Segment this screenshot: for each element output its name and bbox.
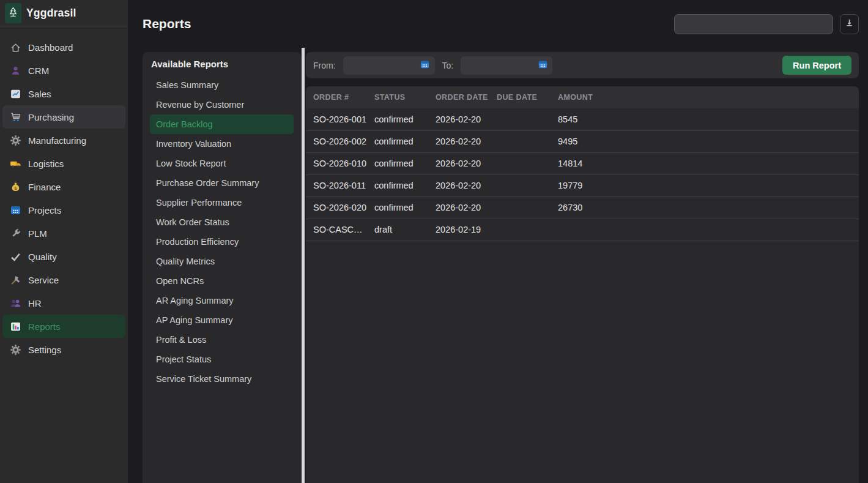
report-item-project-status[interactable]: Project Status — [150, 350, 294, 369]
table-row[interactable]: SO-2026-011confirmed2026-02-2019779 — [306, 174, 859, 197]
cell-status: confirmed — [367, 130, 428, 152]
sidebar-item-label: HR — [28, 298, 42, 309]
sidebar-item-finance[interactable]: $Finance — [2, 175, 125, 198]
report-item-quality-metrics[interactable]: Quality Metrics — [150, 252, 294, 271]
home-icon — [10, 42, 21, 53]
sidebar-item-hr[interactable]: HR — [2, 291, 125, 315]
to-date-field — [461, 56, 552, 75]
to-label: To: — [442, 61, 454, 70]
table-row[interactable]: SO-2026-002confirmed2026-02-209495 — [306, 130, 859, 152]
table-header-row: ORDER #STATUSORDER DATEDUE DATEAMOUNT — [306, 86, 859, 108]
sidebar-item-sales[interactable]: Sales — [2, 82, 125, 105]
sidebar-item-label: Logistics — [28, 159, 64, 169]
available-reports-panel: Available Reports Sales SummaryRevenue b… — [143, 52, 301, 483]
results-table-panel: ORDER #STATUSORDER DATEDUE DATEAMOUNT SO… — [306, 86, 859, 483]
main-area: Reports Available Reports Sales SummaryR… — [128, 0, 868, 483]
report-item-service-ticket-summary[interactable]: Service Ticket Summary — [150, 369, 294, 389]
app-title: Yggdrasil — [26, 7, 76, 20]
cell-due-date — [489, 197, 551, 219]
sidebar-item-dashboard[interactable]: Dashboard — [2, 36, 125, 59]
from-calendar-button[interactable] — [418, 59, 432, 72]
report-item-supplier-performance[interactable]: Supplier Performance — [150, 193, 294, 212]
cell-due-date — [489, 174, 551, 197]
sidebar-item-crm[interactable]: CRM — [2, 59, 125, 82]
cart-icon — [10, 111, 21, 123]
sidebar-item-label: Sales — [28, 89, 51, 99]
chart-up-icon — [10, 88, 21, 100]
report-item-profit-loss[interactable]: Profit & Loss — [150, 330, 294, 350]
download-icon — [844, 18, 855, 30]
sidebar-item-manufacturing[interactable]: Manufacturing — [2, 129, 125, 152]
sidebar-item-label: Projects — [28, 205, 61, 215]
panel-splitter[interactable] — [302, 48, 305, 483]
sidebar-header: Yggdrasil — [0, 0, 128, 26]
calendar-icon — [420, 59, 430, 72]
content-area: Available Reports Sales SummaryRevenue b… — [143, 48, 859, 483]
report-item-production-efficiency[interactable]: Production Efficiency — [150, 232, 294, 252]
calendar-icon — [538, 59, 548, 72]
report-item-sales-summary[interactable]: Sales Summary — [150, 75, 294, 95]
sidebar-item-label: Service — [28, 275, 59, 285]
to-date-input[interactable] — [466, 61, 536, 70]
cell-order-date: 2026-02-20 — [428, 197, 489, 219]
sidebar-item-label: Manufacturing — [28, 135, 86, 146]
sidebar-item-plm[interactable]: PLM — [2, 222, 125, 245]
cell-amount: 26730 — [551, 197, 859, 219]
wrench-icon — [10, 228, 21, 239]
table-row[interactable]: SO-2026-020confirmed2026-02-2026730 — [306, 197, 859, 219]
cell-status: confirmed — [367, 152, 428, 174]
cell-amount: 19779 — [551, 174, 859, 197]
cell-amount: 8545 — [551, 108, 859, 130]
sidebar-item-settings[interactable]: Settings — [2, 338, 125, 361]
table-body: SO-2026-001confirmed2026-02-208545SO-202… — [306, 108, 859, 241]
cell-order-date: 2026-02-20 — [428, 108, 489, 130]
report-list: Sales SummaryRevenue by CustomerOrder Ba… — [150, 75, 294, 389]
table-row[interactable]: SO-2026-010confirmed2026-02-2014814 — [306, 152, 859, 174]
report-item-revenue-by-customer[interactable]: Revenue by Customer — [150, 95, 294, 114]
report-item-purchase-order-summary[interactable]: Purchase Order Summary — [150, 173, 294, 193]
cell-order: SO-2026-001 — [306, 108, 367, 130]
cell-order-date: 2026-02-20 — [428, 174, 489, 197]
report-item-order-backlog[interactable]: Order Backlog — [150, 114, 294, 134]
sidebar-item-label: CRM — [28, 66, 49, 76]
from-label: From: — [313, 61, 336, 70]
sidebar-item-service[interactable]: Service — [2, 268, 125, 291]
available-reports-title: Available Reports — [150, 59, 294, 69]
report-item-inventory-valuation[interactable]: Inventory Valuation — [150, 134, 294, 154]
sidebar-item-logistics[interactable]: Logistics — [2, 152, 125, 175]
report-item-ap-aging-summary[interactable]: AP Aging Summary — [150, 310, 294, 330]
report-item-work-order-status[interactable]: Work Order Status — [150, 212, 294, 232]
person-icon — [10, 65, 21, 77]
column-header-order-: ORDER # — [306, 86, 367, 108]
truck-icon — [10, 158, 21, 170]
cell-amount: 14814 — [551, 152, 859, 174]
topbar-controls — [674, 14, 859, 34]
column-header-amount: AMOUNT — [551, 86, 859, 108]
sidebar-item-label: PLM — [28, 228, 47, 239]
cell-due-date — [489, 108, 551, 130]
check-icon — [10, 251, 21, 263]
cell-due-date — [489, 130, 551, 152]
table-row[interactable]: SO-CASCAD…draft2026-02-19 — [306, 219, 859, 241]
cell-order: SO-2026-002 — [306, 130, 367, 152]
from-date-input[interactable] — [348, 61, 418, 70]
report-item-ar-aging-summary[interactable]: AR Aging Summary — [150, 291, 294, 310]
sidebar-item-reports[interactable]: Reports — [2, 315, 125, 338]
people-icon — [10, 298, 21, 309]
global-search-input[interactable] — [674, 14, 833, 34]
column-header-status: STATUS — [367, 86, 428, 108]
cell-status: confirmed — [367, 108, 428, 130]
sidebar-item-purchasing[interactable]: Purchasing — [2, 105, 125, 129]
svg-text:$: $ — [14, 185, 17, 190]
download-button[interactable] — [840, 14, 859, 34]
report-item-open-ncrs[interactable]: Open NCRs — [150, 271, 294, 291]
table-row[interactable]: SO-2026-001confirmed2026-02-208545 — [306, 108, 859, 130]
cell-order: SO-2026-010 — [306, 152, 367, 174]
cell-order: SO-2026-011 — [306, 174, 367, 197]
to-calendar-button[interactable] — [536, 59, 549, 72]
sidebar-item-quality[interactable]: Quality — [2, 245, 125, 268]
report-item-low-stock-report[interactable]: Low Stock Report — [150, 154, 294, 173]
sidebar-item-projects[interactable]: Projects — [2, 198, 125, 222]
run-report-button[interactable]: Run Report — [782, 56, 851, 75]
sidebar-item-label: Reports — [28, 321, 61, 332]
